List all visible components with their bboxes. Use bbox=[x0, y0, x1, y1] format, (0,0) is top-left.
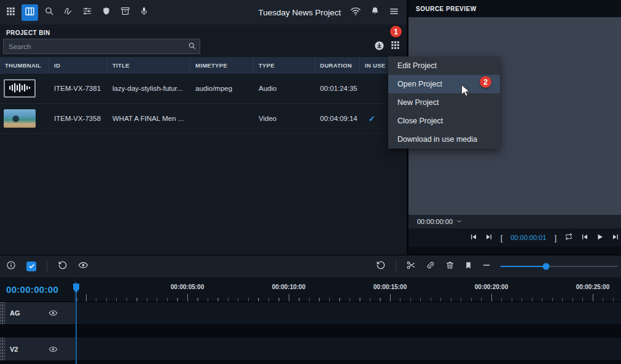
zoom-slider-knob[interactable] bbox=[543, 263, 550, 270]
go-to-mark-out-button[interactable] bbox=[485, 232, 493, 243]
settings-sliders-button[interactable] bbox=[79, 4, 95, 21]
timeline-panel: 00:00:00:00 00:00:05:00 00:00:10:00 00:0… bbox=[0, 255, 621, 364]
track-gap bbox=[0, 325, 621, 338]
apps-grid-button[interactable] bbox=[2, 4, 19, 21]
info-icon[interactable] bbox=[6, 260, 16, 273]
step-badge-1: 1 bbox=[390, 26, 402, 37]
preview-timecode: 00:00:00:00 bbox=[417, 218, 453, 225]
project-bin-label: PROJECT BIN bbox=[0, 25, 407, 38]
table-row[interactable]: ITEM-VX-7381 lazy-day-stylish-futur... a… bbox=[0, 74, 407, 104]
col-header-title[interactable]: TITLE bbox=[107, 57, 190, 74]
archive-icon bbox=[120, 6, 130, 18]
top-toolbar-icons bbox=[2, 4, 152, 21]
zoom-out-icon[interactable] bbox=[482, 261, 491, 272]
project-grid-menu-button[interactable] bbox=[391, 41, 400, 52]
previous-frame-icon bbox=[581, 232, 588, 243]
microphone-button[interactable] bbox=[136, 4, 152, 21]
loop-icon bbox=[564, 232, 573, 243]
shield-button[interactable] bbox=[98, 4, 114, 21]
chevron-down-icon[interactable] bbox=[456, 218, 462, 225]
search-view-button[interactable] bbox=[41, 4, 57, 21]
scissors-icon[interactable] bbox=[406, 260, 416, 273]
id-cell: ITEM-VX-7381 bbox=[49, 85, 107, 92]
track-grip-handle[interactable] bbox=[0, 302, 5, 324]
duration-cell: 00:04:09:14 bbox=[315, 115, 360, 122]
eye-icon[interactable] bbox=[78, 261, 88, 272]
trash-icon[interactable] bbox=[445, 260, 455, 273]
loop-button[interactable] bbox=[564, 232, 573, 243]
waveform-icon bbox=[9, 82, 31, 95]
grid-menu-icon bbox=[391, 41, 400, 52]
undo-icon[interactable] bbox=[58, 260, 68, 273]
col-header-id[interactable]: ID bbox=[49, 57, 107, 74]
archive-button[interactable] bbox=[117, 4, 133, 21]
mimetype-cell: audio/mpeg bbox=[190, 85, 254, 92]
track-visibility-eye-icon[interactable] bbox=[49, 309, 58, 317]
menu-item-download-in-use-media[interactable]: Download in use media bbox=[388, 130, 500, 149]
history-icon[interactable] bbox=[376, 260, 386, 273]
track-lane-ag[interactable] bbox=[75, 302, 621, 325]
ruler-label: 00:00:10:00 bbox=[272, 284, 305, 290]
next-frame-button[interactable] bbox=[612, 232, 619, 243]
timeline-toolbar-right bbox=[376, 260, 617, 273]
skip-to-start-icon bbox=[470, 232, 477, 243]
timeline-tracks: AG V2 bbox=[0, 301, 621, 364]
ruler-label: 00:00:25:00 bbox=[576, 284, 609, 290]
track-visibility-eye-icon[interactable] bbox=[49, 346, 58, 353]
zoom-slider-fill bbox=[501, 266, 546, 267]
track-lane-v2[interactable] bbox=[75, 338, 621, 361]
effects-icon bbox=[63, 6, 73, 18]
project-bin-view-button[interactable] bbox=[21, 4, 38, 21]
track-row-ag: AG bbox=[0, 302, 621, 325]
col-header-duration[interactable]: DURATION bbox=[315, 57, 360, 74]
video-thumbnail bbox=[4, 109, 36, 128]
playhead-line bbox=[76, 282, 77, 364]
search-input[interactable] bbox=[7, 42, 188, 51]
previous-frame-button[interactable] bbox=[581, 232, 588, 243]
thumbnail-cell bbox=[0, 79, 49, 98]
timeline-ruler[interactable]: 00:00:05:00 00:00:10:00 00:00:15:00 00:0… bbox=[75, 277, 621, 301]
columns-view-icon bbox=[25, 6, 35, 19]
timeline-toolbar-left bbox=[6, 260, 88, 273]
bookmark-icon[interactable] bbox=[464, 261, 472, 273]
ruler-label: 00:00:05:00 bbox=[171, 284, 204, 290]
unlink-icon[interactable] bbox=[426, 260, 435, 273]
hamburger-menu-icon[interactable] bbox=[389, 7, 399, 18]
col-header-type[interactable]: TYPE bbox=[254, 57, 315, 74]
preview-timecode-row: 00:00:00:00 bbox=[408, 215, 621, 228]
toolbar-divider bbox=[396, 260, 396, 273]
track-header-ag[interactable]: AG bbox=[0, 302, 75, 325]
mark-out-button[interactable]: ] bbox=[554, 233, 557, 242]
col-header-mimetype[interactable]: MIMETYPE bbox=[190, 57, 254, 74]
shield-icon bbox=[102, 6, 111, 18]
search-row bbox=[0, 38, 407, 57]
menu-item-new-project[interactable]: New Project bbox=[388, 93, 500, 112]
id-cell: ITEM-VX-7358 bbox=[49, 115, 107, 122]
go-to-mark-in-button[interactable] bbox=[470, 232, 477, 243]
track-grip-handle[interactable] bbox=[0, 338, 5, 360]
effects-button[interactable] bbox=[60, 4, 76, 21]
project-context-menu: Edit Project Open Project 2 New Project … bbox=[388, 56, 500, 149]
timeline-select-checkbox[interactable] bbox=[26, 261, 36, 271]
app-root: Tuesday News Project PROJECT BIN bbox=[0, 0, 621, 364]
search-submit-icon[interactable] bbox=[188, 41, 196, 52]
menu-item-close-project[interactable]: Close Project bbox=[388, 112, 500, 130]
duration-cell: 00:01:24:35 bbox=[315, 85, 360, 92]
play-button[interactable] bbox=[596, 232, 604, 243]
project-bin-panel: Tuesday News Project PROJECT BIN bbox=[0, 0, 408, 255]
table-row[interactable]: ITEM-VX-7358 WHAT A FINAL Men ... Video … bbox=[0, 104, 407, 134]
mark-timecode: 00:00:00:01 bbox=[510, 234, 546, 241]
mark-in-button[interactable]: [ bbox=[501, 233, 503, 242]
menu-item-open-project[interactable]: Open Project 2 bbox=[388, 75, 500, 93]
menu-item-edit-project[interactable]: Edit Project bbox=[388, 56, 500, 75]
timeline-timecode: 00:00:00:00 bbox=[0, 277, 75, 301]
import-media-button[interactable] bbox=[374, 41, 385, 53]
search-box bbox=[3, 39, 200, 54]
preview-footer-gap bbox=[408, 247, 621, 255]
zoom-slider[interactable] bbox=[501, 262, 617, 271]
notifications-bell-icon[interactable] bbox=[370, 6, 380, 18]
media-table: THUMBNAIL ID TITLE MIMETYPE TYPE DURATIO… bbox=[0, 57, 407, 255]
track-header-v2[interactable]: V2 bbox=[0, 338, 75, 361]
title-cell: WHAT A FINAL Men ... bbox=[107, 115, 190, 122]
col-header-thumbnail[interactable]: THUMBNAIL bbox=[0, 57, 49, 74]
